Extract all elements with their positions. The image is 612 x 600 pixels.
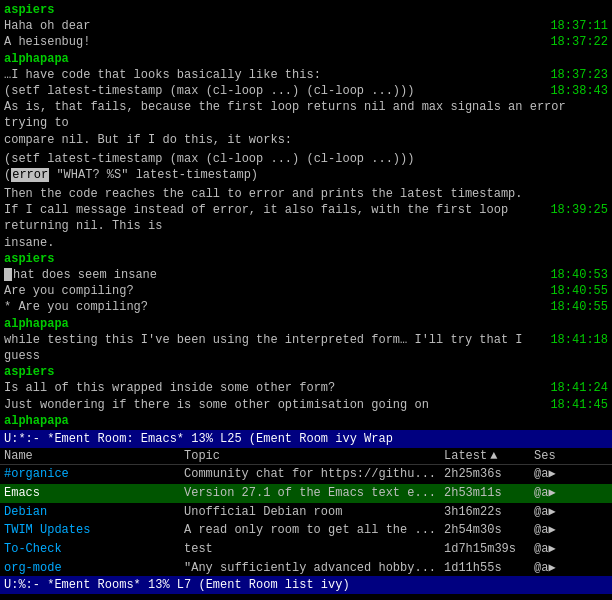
chat-text: If I call message instead of error, it a… (4, 202, 542, 234)
chat-timestamp: 18:41:24 (550, 380, 608, 396)
chat-message-line: A heisenbug! 18:37:22 (4, 34, 608, 50)
status-bar-top: U:*:- *Ement Room: Emacs* 13% L25 (Ement… (0, 430, 612, 448)
error-highlight: error (11, 168, 49, 182)
chat-message-line: Is all of this wrapped inside some other… (4, 380, 608, 396)
chat-message-line: If I call message instead of error, it a… (4, 202, 608, 234)
chat-message-line: (setf latest-timestamp (max (cl-loop ...… (4, 83, 608, 99)
col-header-latest: Latest ▲ (444, 449, 534, 463)
room-topic: Version 27.1 of the Emacs text e... (184, 485, 444, 502)
room-latest: 2h25m36s (444, 466, 534, 483)
room-name[interactable]: To-Check (4, 541, 184, 558)
chat-timestamp: 18:38:43 (550, 83, 608, 99)
table-row[interactable]: Debian Unofficial Debian room 3h16m22s @… (0, 503, 612, 522)
room-name[interactable]: Emacs (4, 485, 184, 502)
chat-author-line: alphapapa (4, 51, 608, 67)
room-latest: 3h16m22s (444, 504, 534, 521)
table-row[interactable]: TWIM Updates A read only room to get all… (0, 521, 612, 540)
chat-text: Then the code reaches the call to error … (4, 187, 522, 201)
sort-arrow-icon: ▲ (490, 449, 497, 463)
status-bar-top-text: U:*:- *Ement Room: Emacs* 13% L25 (Ement… (4, 432, 393, 446)
chat-timestamp: 18:39:25 (550, 202, 608, 218)
chat-username: aspiers (4, 365, 54, 379)
table-row[interactable]: To-Check test 1d7h15m39s @a▶ (0, 540, 612, 559)
chat-username: aspiers (4, 3, 54, 17)
chat-timestamp: 18:41:45 (550, 397, 608, 413)
chat-text: compare nil. But if I do this, it works: (4, 133, 292, 147)
room-topic: Unofficial Debian room (184, 504, 444, 521)
rooms-table-header: Name Topic Latest ▲ Ses (0, 448, 612, 465)
chat-timestamp: 18:37:22 (550, 34, 608, 50)
chat-message-line: compare nil. But if I do this, it works: (4, 132, 608, 148)
chat-text: Is all of this wrapped inside some other… (4, 380, 542, 396)
chat-author-line: alphapapa (4, 413, 608, 429)
chat-author-line: aspiers (4, 251, 608, 267)
table-row[interactable]: org-mode "Any sufficiently advanced hobb… (0, 559, 612, 576)
chat-text: hat does seem insane (4, 267, 542, 283)
col-header-name: Name (4, 449, 184, 463)
table-row[interactable]: Emacs Version 27.1 of the Emacs text e..… (0, 484, 612, 503)
room-name[interactable]: org-mode (4, 560, 184, 576)
room-name[interactable]: #organice (4, 466, 184, 483)
col-header-session: Ses (534, 449, 594, 463)
chat-message-line: hat does seem insane 18:40:53 (4, 267, 608, 283)
room-session: @a▶ (534, 504, 594, 521)
chat-text: (setf latest-timestamp (max (cl-loop ...… (4, 83, 542, 99)
chat-timestamp: 18:41:18 (550, 332, 608, 348)
chat-timestamp: 18:40:55 (550, 299, 608, 315)
room-latest: 1d7h15m39s (444, 541, 534, 558)
chat-message-line: …I have code that looks basically like t… (4, 67, 608, 83)
chat-message-line: byte-compiling seems to have made no dif… (4, 429, 608, 430)
chat-code-line: (error "WHAT? %S" latest-timestamp) (4, 167, 608, 183)
chat-timestamp: 18:37:23 (550, 67, 608, 83)
room-latest: 2h54m30s (444, 522, 534, 539)
chat-text: Are you compiling? (4, 283, 542, 299)
room-session: @a▶ (534, 485, 594, 502)
room-session: @a▶ (534, 522, 594, 539)
chat-message-line: Then the code reaches the call to error … (4, 186, 608, 202)
rooms-area: Name Topic Latest ▲ Ses #organice Commun… (0, 448, 612, 576)
room-name[interactable]: TWIM Updates (4, 522, 184, 539)
chat-message-line: Just wondering if there is some other op… (4, 397, 608, 413)
chat-username: alphapapa (4, 52, 69, 66)
chat-author-line: aspiers (4, 2, 608, 18)
chat-timestamp: 18:40:53 (550, 267, 608, 283)
chat-code-line: (setf latest-timestamp (max (cl-loop ...… (4, 151, 608, 167)
room-latest: 2h53m11s (444, 485, 534, 502)
chat-username: alphapapa (4, 414, 69, 428)
room-topic: A read only room to get all the ... (184, 522, 444, 539)
room-latest: 1d11h55s (444, 560, 534, 576)
room-session: @a▶ (534, 541, 594, 558)
chat-message-line: insane. (4, 235, 608, 251)
chat-text: byte-compiling seems to have made no dif… (4, 429, 542, 430)
chat-username: alphapapa (4, 317, 69, 331)
chat-timestamp: 18:37:11 (550, 18, 608, 34)
room-topic: Community chat for https://githu... (184, 466, 444, 483)
chat-message-line: * Are you compiling? 18:40:55 (4, 299, 608, 315)
chat-message-line: while testing this I've been using the i… (4, 332, 608, 364)
status-bar-bottom-text: U:%:- *Ement Rooms* 13% L7 (Ement Room l… (4, 578, 350, 592)
room-name[interactable]: Debian (4, 504, 184, 521)
chat-timestamp: 18:40:55 (550, 283, 608, 299)
chat-text: As is, that fails, because the first loo… (4, 100, 566, 130)
chat-timestamp: 18:42:21 (550, 429, 608, 430)
chat-code-block: (setf latest-timestamp (max (cl-loop ...… (4, 151, 608, 183)
chat-message-line: Haha oh dear 18:37:11 (4, 18, 608, 34)
table-row[interactable]: #organice Community chat for https://git… (0, 465, 612, 484)
chat-text: insane. (4, 236, 54, 250)
chat-text: …I have code that looks basically like t… (4, 67, 542, 83)
room-topic: "Any sufficiently advanced hobby... (184, 560, 444, 576)
chat-text: Haha oh dear (4, 18, 542, 34)
chat-message-line: Are you compiling? 18:40:55 (4, 283, 608, 299)
chat-author-line: alphapapa (4, 316, 608, 332)
chat-text: while testing this I've been using the i… (4, 332, 542, 364)
chat-username: aspiers (4, 252, 54, 266)
chat-text: Just wondering if there is some other op… (4, 397, 542, 413)
chat-text: A heisenbug! (4, 34, 542, 50)
chat-message-line: As is, that fails, because the first loo… (4, 99, 608, 131)
chat-area: aspiers Haha oh dear 18:37:11 A heisenbu… (0, 0, 612, 430)
col-header-topic: Topic (184, 449, 444, 463)
room-topic: test (184, 541, 444, 558)
chat-text: * Are you compiling? (4, 299, 542, 315)
room-session: @a▶ (534, 466, 594, 483)
status-bar-bottom: U:%:- *Ement Rooms* 13% L7 (Ement Room l… (0, 576, 612, 594)
